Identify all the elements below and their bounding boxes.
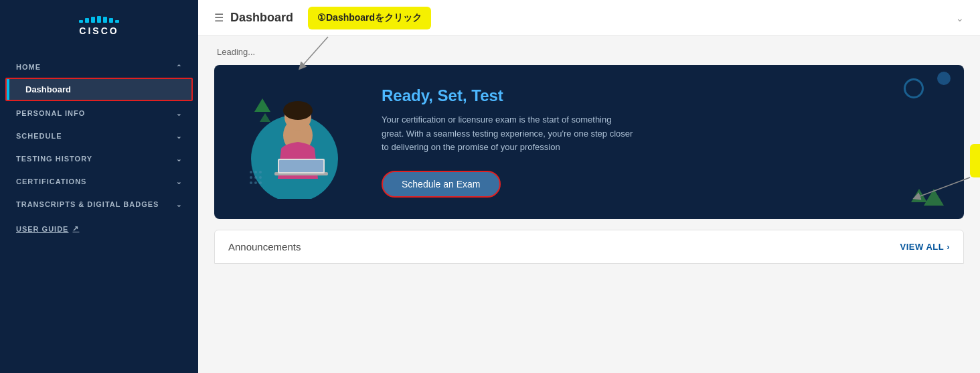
announcements-title: Announcements	[228, 241, 301, 252]
nav-section-certifications: CERTIFICATIONS ⌄	[0, 171, 198, 192]
svg-point-7	[254, 176, 257, 179]
chevron-right-icon: ›	[947, 242, 950, 252]
personal-info-label: PERSONAL INFO	[16, 109, 85, 117]
home-label: HOME	[16, 63, 41, 71]
svg-point-11	[259, 181, 262, 184]
svg-point-14	[283, 101, 313, 120]
arrow-svg-2	[903, 171, 980, 211]
chevron-up-icon: ⌃	[176, 64, 182, 71]
page-title: Dashboard	[230, 11, 293, 25]
nav-section-testing-history: TESTING HISTORY ⌄	[0, 148, 198, 169]
cisco-logo-bars	[79, 16, 119, 23]
announcements-section: Announcements VIEW ALL ›	[198, 230, 980, 275]
page-header-left: ☰ Dashboard	[214, 11, 293, 25]
svg-point-4	[254, 171, 257, 173]
hero-content: Ready, Set, Test Your certification or l…	[382, 86, 937, 198]
announcements-header: Announcements VIEW ALL ›	[214, 230, 964, 264]
tooltip-1-text: ①Dashboardをクリック	[308, 7, 431, 29]
cisco-bar-1	[79, 20, 83, 23]
external-link-icon: ↗	[72, 224, 79, 233]
certifications-label: CERTIFICATIONS	[16, 177, 86, 185]
chevron-down-icon-schedule: ⌄	[176, 133, 182, 140]
svg-point-3	[250, 171, 252, 173]
sidebar-item-schedule[interactable]: SCHEDULE ⌄	[0, 125, 198, 147]
cisco-logo-text: CISCO	[79, 25, 118, 36]
cisco-logo: CISCO	[79, 16, 119, 36]
svg-line-19	[916, 177, 970, 198]
cisco-bar-6	[109, 18, 113, 23]
chevron-down-icon-personal: ⌄	[176, 110, 182, 117]
svg-point-6	[250, 176, 252, 179]
view-all-label: VIEW ALL	[900, 242, 945, 252]
nav-section-personal-info: PERSONAL INFO ⌄	[0, 102, 198, 124]
svg-point-8	[259, 176, 262, 179]
cisco-bar-2	[85, 18, 89, 23]
hero-svg	[241, 85, 361, 199]
cisco-bar-3	[91, 17, 95, 23]
sidebar-logo: CISCO	[0, 0, 198, 50]
sidebar: CISCO HOME ⌃ Dashboard PERSONAL INFO ⌄	[0, 0, 198, 373]
user-guide-label: USER GUIDE	[16, 225, 68, 233]
schedule-exam-button[interactable]: Schedule an Exam	[382, 171, 501, 198]
arrow-svg-1	[288, 33, 368, 74]
header-dropdown-icon[interactable]: ⌄	[956, 13, 964, 23]
decorative-circle-tr	[937, 72, 951, 85]
svg-point-9	[250, 181, 252, 184]
svg-point-10	[254, 181, 257, 184]
sidebar-item-certifications[interactable]: CERTIFICATIONS ⌄	[0, 171, 198, 192]
svg-point-5	[259, 171, 262, 173]
cisco-bar-7	[115, 20, 119, 23]
sidebar-item-personal-info[interactable]: PERSONAL INFO ⌄	[0, 102, 198, 124]
view-all-button[interactable]: VIEW ALL ›	[900, 242, 950, 252]
chevron-down-icon-certs: ⌄	[176, 178, 182, 185]
page-wrapper: CISCO HOME ⌃ Dashboard PERSONAL INFO ⌄	[0, 0, 980, 373]
testing-history-label: TESTING HISTORY	[16, 155, 92, 163]
sidebar-item-testing-history[interactable]: TESTING HISTORY ⌄	[0, 148, 198, 169]
hero-title: Ready, Set, Test	[382, 86, 937, 105]
sidebar-nav: HOME ⌃ Dashboard PERSONAL INFO ⌄ SCHEDUL…	[0, 50, 198, 373]
transcripts-label: TRANSCRIPTS & DIGITAL BADGES	[16, 200, 159, 208]
svg-line-18	[301, 37, 328, 67]
hero-description: Your certification or licensure exam is …	[382, 113, 636, 155]
schedule-label: SCHEDULE	[16, 132, 62, 140]
nav-section-transcripts: TRANSCRIPTS & DIGITAL BADGES ⌄	[0, 194, 198, 215]
sidebar-item-transcripts[interactable]: TRANSCRIPTS & DIGITAL BADGES ⌄	[0, 194, 198, 215]
chevron-down-icon-testing: ⌄	[176, 155, 182, 163]
svg-rect-17	[279, 160, 323, 172]
cisco-bar-4	[97, 16, 101, 23]
svg-marker-1	[254, 98, 270, 112]
tooltip-2-text: ②Schedule an Exam をクリック	[970, 144, 980, 177]
dashboard-label: Dashboard	[25, 84, 71, 94]
sidebar-item-dashboard[interactable]: Dashboard	[5, 78, 193, 101]
sidebar-item-home[interactable]: HOME ⌃	[0, 56, 198, 78]
nav-section-schedule: SCHEDULE ⌄	[0, 125, 198, 147]
chevron-down-icon-transcripts: ⌄	[176, 201, 182, 208]
nav-section-home: HOME ⌃ Dashboard	[0, 56, 198, 101]
svg-marker-2	[260, 113, 270, 122]
hamburger-icon[interactable]: ☰	[214, 11, 224, 24]
cisco-bar-5	[103, 17, 107, 23]
sidebar-item-user-guide[interactable]: USER GUIDE ↗	[0, 216, 198, 241]
hero-banner: Ready, Set, Test Your certification or l…	[214, 65, 964, 219]
hero-image	[241, 85, 361, 199]
